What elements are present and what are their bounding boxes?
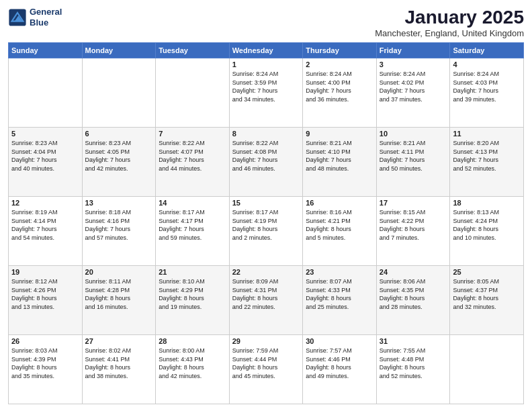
cell-text: Sunrise: 8:16 AM Sunset: 4:21 PM Dayligh… (306, 208, 373, 242)
day-number: 28 (159, 337, 226, 345)
cell-text: Sunrise: 8:24 AM Sunset: 3:59 PM Dayligh… (232, 70, 300, 103)
day-number: 5 (11, 130, 79, 138)
day-header-friday: Friday (376, 43, 450, 58)
cell-text: Sunrise: 8:17 AM Sunset: 4:19 PM Dayligh… (232, 208, 300, 242)
day-number: 1 (232, 60, 300, 68)
calendar-cell: 24Sunrise: 8:06 AM Sunset: 4:35 PM Dayli… (376, 266, 450, 335)
day-number: 26 (11, 337, 79, 345)
logo: General Blue (8, 7, 62, 28)
logo-icon (8, 8, 27, 27)
day-number: 2 (306, 60, 373, 68)
calendar-cell: 15Sunrise: 8:17 AM Sunset: 4:19 PM Dayli… (229, 197, 303, 266)
calendar-cell: 18Sunrise: 8:13 AM Sunset: 4:24 PM Dayli… (450, 197, 524, 266)
calendar-cell: 8Sunrise: 8:22 AM Sunset: 4:08 PM Daylig… (229, 128, 303, 197)
calendar-week-4: 19Sunrise: 8:12 AM Sunset: 4:26 PM Dayli… (9, 266, 524, 335)
cell-text: Sunrise: 8:13 AM Sunset: 4:24 PM Dayligh… (453, 208, 521, 242)
day-number: 27 (85, 337, 153, 345)
calendar-cell: 12Sunrise: 8:19 AM Sunset: 4:14 PM Dayli… (9, 197, 83, 266)
day-number: 11 (453, 130, 521, 138)
calendar-cell: 3Sunrise: 8:24 AM Sunset: 4:02 PM Daylig… (376, 58, 450, 128)
calendar-cell: 1Sunrise: 8:24 AM Sunset: 3:59 PM Daylig… (229, 58, 303, 128)
cell-text: Sunrise: 8:09 AM Sunset: 4:31 PM Dayligh… (232, 277, 300, 311)
cell-text: Sunrise: 8:12 AM Sunset: 4:26 PM Dayligh… (11, 277, 79, 311)
cell-text: Sunrise: 8:19 AM Sunset: 4:14 PM Dayligh… (11, 208, 79, 242)
calendar-cell: 2Sunrise: 8:24 AM Sunset: 4:00 PM Daylig… (303, 58, 377, 128)
cell-text: Sunrise: 8:18 AM Sunset: 4:16 PM Dayligh… (85, 208, 153, 242)
cell-text: Sunrise: 8:24 AM Sunset: 4:02 PM Dayligh… (380, 70, 447, 103)
day-number: 22 (232, 268, 300, 276)
calendar-cell: 27Sunrise: 8:02 AM Sunset: 4:41 PM Dayli… (82, 335, 156, 404)
calendar-week-2: 5Sunrise: 8:23 AM Sunset: 4:04 PM Daylig… (9, 128, 524, 197)
day-number: 3 (380, 60, 447, 68)
cell-text: Sunrise: 8:06 AM Sunset: 4:35 PM Dayligh… (380, 277, 447, 311)
calendar-cell: 23Sunrise: 8:07 AM Sunset: 4:33 PM Dayli… (303, 266, 377, 335)
logo-line1: General (30, 7, 62, 17)
day-number: 31 (380, 337, 447, 345)
calendar-cell (9, 58, 83, 128)
calendar-cell: 9Sunrise: 8:21 AM Sunset: 4:10 PM Daylig… (303, 128, 377, 197)
day-number: 23 (306, 268, 373, 276)
cell-text: Sunrise: 8:21 AM Sunset: 4:10 PM Dayligh… (306, 139, 373, 173)
cell-text: Sunrise: 8:07 AM Sunset: 4:33 PM Dayligh… (306, 277, 373, 311)
day-number: 24 (380, 268, 447, 276)
day-number: 10 (380, 130, 447, 138)
cell-text: Sunrise: 7:59 AM Sunset: 4:44 PM Dayligh… (232, 347, 300, 380)
calendar-week-5: 26Sunrise: 8:03 AM Sunset: 4:39 PM Dayli… (9, 335, 524, 404)
day-header-wednesday: Wednesday (229, 43, 303, 58)
calendar-cell (156, 58, 230, 128)
day-number: 8 (232, 130, 300, 138)
day-number: 17 (380, 199, 447, 207)
cell-text: Sunrise: 8:21 AM Sunset: 4:11 PM Dayligh… (380, 139, 447, 173)
day-number: 4 (453, 60, 521, 68)
cell-text: Sunrise: 8:24 AM Sunset: 4:00 PM Dayligh… (306, 70, 373, 103)
calendar-cell: 28Sunrise: 8:00 AM Sunset: 4:43 PM Dayli… (156, 335, 230, 404)
cell-text: Sunrise: 8:23 AM Sunset: 4:05 PM Dayligh… (85, 139, 153, 173)
cell-text: Sunrise: 8:17 AM Sunset: 4:17 PM Dayligh… (159, 208, 226, 242)
calendar-table: SundayMondayTuesdayWednesdayThursdayFrid… (8, 42, 524, 404)
calendar-cell: 7Sunrise: 8:22 AM Sunset: 4:07 PM Daylig… (156, 128, 230, 197)
day-number: 13 (85, 199, 153, 207)
page: General Blue January 2025 Manchester, En… (0, 0, 532, 411)
day-number: 6 (85, 130, 153, 138)
calendar-week-3: 12Sunrise: 8:19 AM Sunset: 4:14 PM Dayli… (9, 197, 524, 266)
location: Manchester, England, United Kingdom (375, 28, 524, 38)
day-number: 20 (85, 268, 153, 276)
calendar-cell: 16Sunrise: 8:16 AM Sunset: 4:21 PM Dayli… (303, 197, 377, 266)
day-number: 14 (159, 199, 226, 207)
day-number: 15 (232, 199, 300, 207)
day-number: 7 (159, 130, 226, 138)
day-header-thursday: Thursday (303, 43, 377, 58)
day-number: 29 (232, 337, 300, 345)
cell-text: Sunrise: 7:57 AM Sunset: 4:46 PM Dayligh… (306, 347, 373, 380)
calendar-cell: 25Sunrise: 8:05 AM Sunset: 4:37 PM Dayli… (450, 266, 524, 335)
day-number: 21 (159, 268, 226, 276)
calendar-cell: 30Sunrise: 7:57 AM Sunset: 4:46 PM Dayli… (303, 335, 377, 404)
calendar-cell: 20Sunrise: 8:11 AM Sunset: 4:28 PM Dayli… (82, 266, 156, 335)
cell-text: Sunrise: 8:00 AM Sunset: 4:43 PM Dayligh… (159, 347, 226, 380)
calendar-cell: 4Sunrise: 8:24 AM Sunset: 4:03 PM Daylig… (450, 58, 524, 128)
day-number: 16 (306, 199, 373, 207)
calendar-cell: 19Sunrise: 8:12 AM Sunset: 4:26 PM Dayli… (9, 266, 83, 335)
calendar-header-row: SundayMondayTuesdayWednesdayThursdayFrid… (9, 43, 524, 58)
calendar-cell: 6Sunrise: 8:23 AM Sunset: 4:05 PM Daylig… (82, 128, 156, 197)
cell-text: Sunrise: 8:03 AM Sunset: 4:39 PM Dayligh… (11, 347, 79, 380)
day-number: 18 (453, 199, 521, 207)
day-header-monday: Monday (82, 43, 156, 58)
logo-line2: Blue (30, 17, 48, 28)
calendar-cell: 11Sunrise: 8:20 AM Sunset: 4:13 PM Dayli… (450, 128, 524, 197)
calendar-cell: 31Sunrise: 7:55 AM Sunset: 4:48 PM Dayli… (376, 335, 450, 404)
day-header-tuesday: Tuesday (156, 43, 230, 58)
day-number: 25 (453, 268, 521, 276)
cell-text: Sunrise: 8:11 AM Sunset: 4:28 PM Dayligh… (85, 277, 153, 311)
calendar-cell: 22Sunrise: 8:09 AM Sunset: 4:31 PM Dayli… (229, 266, 303, 335)
cell-text: Sunrise: 8:22 AM Sunset: 4:07 PM Dayligh… (159, 139, 226, 173)
calendar-cell: 14Sunrise: 8:17 AM Sunset: 4:17 PM Dayli… (156, 197, 230, 266)
cell-text: Sunrise: 8:05 AM Sunset: 4:37 PM Dayligh… (453, 277, 521, 311)
calendar-cell: 10Sunrise: 8:21 AM Sunset: 4:11 PM Dayli… (376, 128, 450, 197)
calendar-cell: 13Sunrise: 8:18 AM Sunset: 4:16 PM Dayli… (82, 197, 156, 266)
calendar-cell: 17Sunrise: 8:15 AM Sunset: 4:22 PM Dayli… (376, 197, 450, 266)
calendar-cell: 21Sunrise: 8:10 AM Sunset: 4:29 PM Dayli… (156, 266, 230, 335)
day-header-saturday: Saturday (450, 43, 524, 58)
cell-text: Sunrise: 8:24 AM Sunset: 4:03 PM Dayligh… (453, 70, 521, 103)
calendar-week-1: 1Sunrise: 8:24 AM Sunset: 3:59 PM Daylig… (9, 58, 524, 128)
